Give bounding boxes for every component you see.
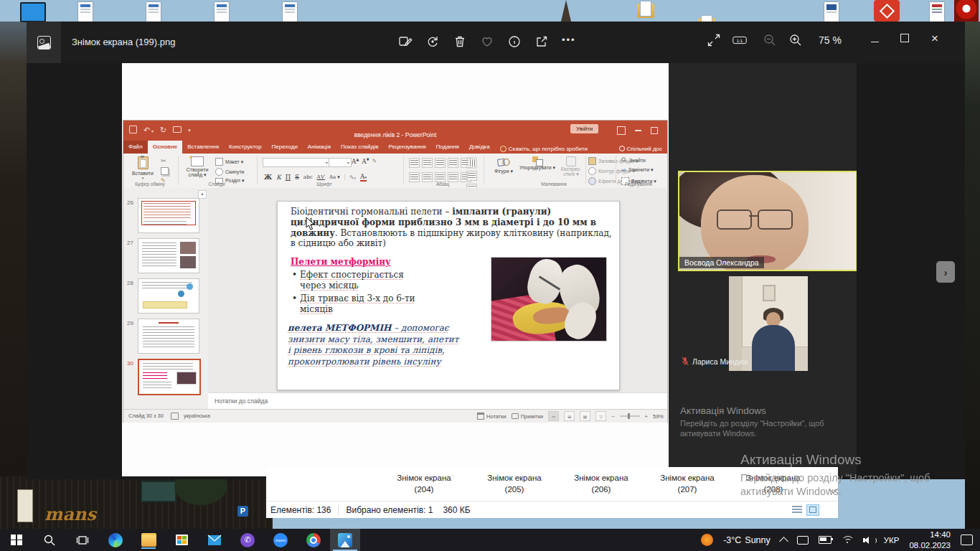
- cut-button[interactable]: ✂: [161, 157, 166, 164]
- photos-app-taskbar-icon[interactable]: [330, 529, 360, 551]
- viber-icon[interactable]: ✆: [239, 532, 256, 549]
- tray-display-icon[interactable]: [797, 536, 809, 545]
- font-color-icon[interactable]: А▾: [360, 173, 367, 182]
- justify-icon[interactable]: [448, 172, 458, 182]
- tab-view[interactable]: Подання: [431, 141, 464, 154]
- start-button[interactable]: [8, 532, 25, 549]
- grow-font-icon[interactable]: А▲: [352, 157, 359, 165]
- desktop-icon-document-2[interactable]: [146, 1, 161, 22]
- bold-button[interactable]: Ж: [264, 174, 272, 181]
- comments-toggle[interactable]: Примітки: [512, 413, 543, 420]
- minimize-button[interactable]: [864, 33, 885, 44]
- chrome-icon[interactable]: [305, 532, 322, 549]
- more-options-icon[interactable]: •••: [562, 34, 576, 49]
- tab-design[interactable]: Конструктор: [224, 141, 267, 154]
- reset-button[interactable]: Скинути: [215, 168, 245, 176]
- bullets-icon[interactable]: [409, 158, 420, 168]
- rotate-icon[interactable]: [425, 34, 440, 49]
- fullscreen-icon[interactable]: [707, 33, 721, 47]
- weather-sun-icon[interactable]: [701, 534, 713, 546]
- edit-image-icon[interactable]: [398, 34, 413, 49]
- large-icons-view-button[interactable]: [806, 504, 819, 516]
- zoom-in-icon[interactable]: [788, 33, 803, 47]
- ppt-zoom-percent[interactable]: 59%: [653, 413, 664, 420]
- zoom-out-minus[interactable]: −: [611, 413, 614, 420]
- share-button[interactable]: Спільний дос: [614, 141, 667, 154]
- shapes-button[interactable]: Фігури ▾: [491, 156, 517, 174]
- language-indicator[interactable]: УКР: [884, 536, 900, 545]
- details-view-button[interactable]: [792, 506, 802, 514]
- desktop-icon-document-4[interactable]: [282, 1, 298, 22]
- file-label-204[interactable]: Знімок екрана(204): [381, 472, 467, 495]
- desktop-icon-red-circle[interactable]: [954, 0, 979, 22]
- underline-button[interactable]: П: [286, 174, 291, 181]
- replace-button[interactable]: abЗамінити ▾: [621, 167, 654, 173]
- language-label[interactable]: українська: [184, 413, 210, 419]
- slide-sorter-view-button[interactable]: ⊞: [564, 411, 575, 421]
- file-explorer-icon[interactable]: [140, 532, 157, 549]
- desktop-icon-this-pc[interactable]: [20, 2, 46, 22]
- desktop-icon-document-3[interactable]: [214, 1, 230, 22]
- close-button[interactable]: ×: [925, 32, 945, 46]
- tab-help[interactable]: Довідка: [464, 141, 495, 154]
- zoom-icon[interactable]: zoom: [272, 532, 289, 549]
- change-case-button[interactable]: Aa ▾: [329, 174, 340, 180]
- clock-date[interactable]: 14:4008.02.2023: [909, 529, 951, 550]
- clear-formatting-icon[interactable]: ✎: [372, 158, 377, 164]
- edge-icon[interactable]: [107, 532, 124, 549]
- battery-icon[interactable]: [819, 536, 831, 544]
- text-direction-icon[interactable]: [467, 158, 477, 169]
- tab-review[interactable]: Рецензування: [383, 141, 430, 154]
- favorite-heart-icon[interactable]: [480, 34, 494, 49]
- file-label-207[interactable]: Знімок екрана(207): [644, 472, 730, 495]
- ppt-signin-button[interactable]: Увійти: [570, 124, 598, 133]
- layout-button[interactable]: Макет ▾: [215, 158, 243, 166]
- spellcheck-icon[interactable]: [171, 413, 179, 420]
- decrease-indent-icon[interactable]: [435, 158, 446, 168]
- text-shadow-button[interactable]: abc: [303, 174, 313, 180]
- action-center-icon[interactable]: [961, 534, 973, 545]
- reading-view-button[interactable]: ▤: [580, 411, 590, 421]
- current-slide[interactable]: Біоідентичні гормональні пелети – імплан…: [277, 201, 620, 390]
- desktop-icon-red-diamond[interactable]: [874, 0, 900, 22]
- tab-file[interactable]: Файл: [123, 141, 148, 154]
- zoom-slider[interactable]: [620, 415, 640, 417]
- maximize-button[interactable]: [895, 33, 915, 44]
- taskbar-search-icon[interactable]: [41, 532, 58, 549]
- slide-thumbnail-26[interactable]: [138, 198, 199, 233]
- tab-transitions[interactable]: Переходи: [267, 141, 303, 154]
- shrink-font-icon[interactable]: А▼: [362, 157, 369, 165]
- notes-bar[interactable]: Нотатки до слайда: [208, 392, 667, 410]
- highlight-color-icon[interactable]: ✎▾: [349, 174, 356, 181]
- desktop-icon-document-1[interactable]: [77, 1, 93, 22]
- tab-insert[interactable]: Вставлення: [182, 141, 224, 154]
- font-name-select[interactable]: ▾: [263, 158, 330, 167]
- ppt-minimize-icon[interactable]: [635, 130, 641, 131]
- slideshow-view-button[interactable]: ▽: [595, 411, 606, 421]
- italic-button[interactable]: К: [276, 174, 281, 181]
- arrange-button[interactable]: Упорядкувати ▾: [519, 156, 555, 171]
- notes-toggle[interactable]: Нотатки: [477, 413, 507, 420]
- task-view-icon[interactable]: [74, 532, 91, 549]
- ribbon-display-options-icon[interactable]: [617, 126, 626, 135]
- font-size-select[interactable]: ▾: [329, 158, 352, 167]
- ppt-maximize-icon[interactable]: [651, 127, 658, 134]
- desktop-icon-word-doc[interactable]: [824, 1, 839, 22]
- quick-styles-button[interactable]: Експрес- стилі ▾: [558, 156, 584, 177]
- align-text-icon[interactable]: [466, 171, 477, 181]
- numbering-icon[interactable]: [422, 158, 433, 168]
- info-icon[interactable]: [507, 34, 522, 49]
- slide-thumbnail-30-selected[interactable]: [138, 359, 201, 395]
- zoom-out-icon[interactable]: [763, 33, 777, 47]
- desktop-icon-folder-1[interactable]: [637, 4, 654, 18]
- strikethrough-button[interactable]: S: [295, 174, 299, 181]
- align-center-icon[interactable]: [422, 172, 433, 182]
- next-photo-arrow[interactable]: ›: [936, 261, 955, 283]
- align-right-icon[interactable]: [435, 172, 446, 182]
- find-button[interactable]: Знайти: [621, 157, 646, 163]
- increase-indent-icon[interactable]: [448, 158, 458, 168]
- normal-view-button[interactable]: ▭: [548, 411, 559, 421]
- zoom-in-plus[interactable]: +: [645, 413, 648, 420]
- mail-icon[interactable]: [206, 532, 223, 549]
- microsoft-store-icon[interactable]: [173, 532, 190, 549]
